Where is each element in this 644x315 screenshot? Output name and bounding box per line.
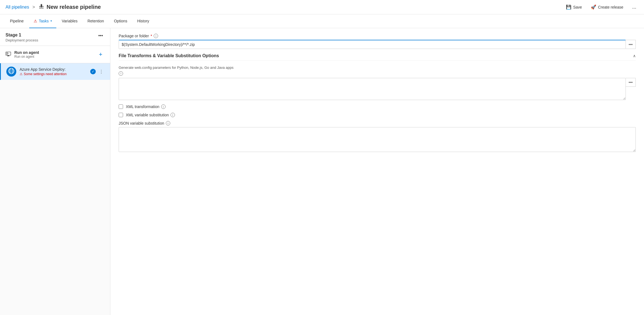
svg-rect-8 <box>7 55 9 56</box>
stage-title: Stage 1 <box>6 33 38 38</box>
agent-section: Run on agent Run on agent + <box>0 46 110 63</box>
xml-substitute-info-icon[interactable]: i <box>171 113 175 117</box>
generate-webconfig-textarea[interactable] <box>119 78 626 100</box>
right-panel: Package or folder * i ••• File Transform… <box>110 28 644 315</box>
svg-rect-6 <box>6 53 9 54</box>
generate-webconfig-more-button[interactable]: ••• <box>626 78 636 87</box>
task-more-button[interactable]: ⋮ <box>98 69 105 75</box>
task-title: Azure App Service Deploy: <box>20 67 90 72</box>
tab-pipeline[interactable]: Pipeline <box>6 14 28 28</box>
warning-icon: ⚠ <box>20 72 23 76</box>
azure-icon <box>8 68 14 75</box>
page-title: New release pipeline <box>47 4 101 10</box>
svg-marker-2 <box>40 4 42 5</box>
tasks-dropdown-arrow: ▾ <box>50 19 52 22</box>
package-info-icon[interactable]: i <box>154 34 158 38</box>
stage-more-button[interactable]: ••• <box>97 33 105 39</box>
agent-left: Run on agent Run on agent <box>6 50 39 59</box>
left-panel: Stage 1 Deployment process ••• <box>0 28 110 315</box>
tab-options[interactable]: Options <box>110 14 132 28</box>
svg-rect-3 <box>39 8 44 8</box>
task-right: ✓ ⋮ <box>90 69 105 75</box>
header-more-button[interactable]: ... <box>630 3 638 11</box>
task-warning: ⚠ Some settings need attention <box>20 72 90 76</box>
json-substitute-label: JSON variable substitution i <box>119 121 636 125</box>
xml-transform-field: XML transformation i <box>119 104 636 109</box>
add-task-button[interactable]: + <box>97 50 105 59</box>
package-folder-label: Package or folder * i <box>119 34 636 38</box>
task-info: Azure App Service Deploy: ⚠ Some setting… <box>20 67 90 76</box>
agent-icon <box>6 51 11 58</box>
header: All pipelines > New release pipeline 💾 S… <box>0 0 644 14</box>
xml-substitute-checkbox[interactable] <box>119 113 123 117</box>
svg-rect-5 <box>6 53 8 53</box>
xml-substitute-label: XML variable substitution i <box>126 113 175 117</box>
pipeline-icon <box>38 3 44 11</box>
agent-subtitle: Run on agent <box>14 55 39 59</box>
tab-retention[interactable]: Retention <box>83 14 108 28</box>
breadcrumb-separator: > <box>32 5 35 10</box>
generate-webconfig-desc: Generate web.config parameters for Pytho… <box>119 65 636 76</box>
generate-webconfig-field: Generate web.config parameters for Pytho… <box>119 65 636 100</box>
task-warning-text: Some settings need attention <box>24 72 66 76</box>
main-layout: Stage 1 Deployment process ••• <box>0 28 644 315</box>
tab-tasks[interactable]: ⚠ Tasks ▾ <box>29 14 56 28</box>
generate-textarea-row: ••• <box>119 78 636 100</box>
svg-rect-9 <box>7 56 9 56</box>
file-transforms-section: File Transforms & Variable Substitution … <box>119 53 636 153</box>
header-left: All pipelines > New release pipeline <box>6 3 101 11</box>
section-title: File Transforms & Variable Substitution … <box>119 53 219 58</box>
stage-info: Stage 1 Deployment process <box>6 33 38 42</box>
agent-header: Run on agent Run on agent + <box>0 46 110 63</box>
xml-substitute-field: XML variable substitution i <box>119 113 636 117</box>
stage-subtitle: Deployment process <box>6 38 38 42</box>
json-substitute-field: JSON variable substitution i <box>119 121 636 153</box>
xml-transform-checkbox[interactable] <box>119 104 123 109</box>
agent-title: Run on agent <box>14 50 39 55</box>
package-input-row: ••• <box>119 40 636 49</box>
header-actions: 💾 Save 🚀 Create release ... <box>564 3 638 11</box>
json-substitute-textarea[interactable] <box>119 127 636 152</box>
tab-history[interactable]: History <box>133 14 154 28</box>
task-icon-wrapper <box>6 67 16 77</box>
svg-rect-7 <box>6 54 8 55</box>
generate-info-icon[interactable]: i <box>119 71 123 76</box>
section-heading: File Transforms & Variable Substitution … <box>119 53 636 61</box>
xml-transform-info-icon[interactable]: i <box>161 104 166 109</box>
nav-tabs: Pipeline ⚠ Tasks ▾ Variables Retention O… <box>0 14 644 28</box>
rocket-icon: 🚀 <box>591 4 596 10</box>
create-release-button[interactable]: 🚀 Create release <box>589 3 626 11</box>
tasks-warning-icon: ⚠ <box>34 19 37 23</box>
required-indicator: * <box>151 34 152 38</box>
stage-header: Stage 1 Deployment process ••• <box>0 28 110 46</box>
save-button[interactable]: 💾 Save <box>564 3 584 11</box>
package-folder-input[interactable] <box>119 40 626 49</box>
section-collapse-button[interactable]: ∧ <box>633 54 636 58</box>
package-folder-field: Package or folder * i ••• <box>119 34 636 49</box>
all-pipelines-link[interactable]: All pipelines <box>6 5 29 10</box>
package-more-button[interactable]: ••• <box>626 40 636 49</box>
save-icon: 💾 <box>566 4 571 10</box>
xml-transform-label: XML transformation i <box>126 104 166 109</box>
agent-info: Run on agent Run on agent <box>14 50 39 59</box>
task-check-icon: ✓ <box>90 69 96 74</box>
json-substitute-info-icon[interactable]: i <box>166 121 170 125</box>
task-item-azure-deploy[interactable]: Azure App Service Deploy: ⚠ Some setting… <box>0 63 110 80</box>
tab-variables[interactable]: Variables <box>57 14 82 28</box>
